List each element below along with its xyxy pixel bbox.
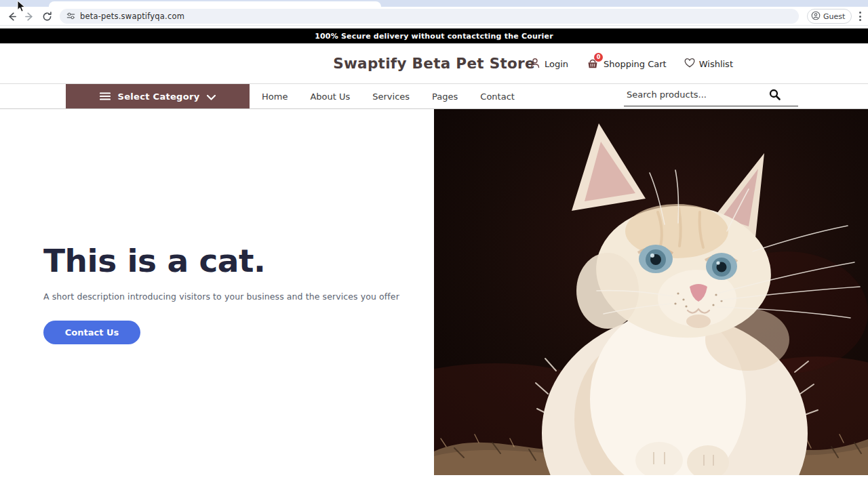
hero-copy: This is a cat. A short description intro…: [43, 244, 430, 344]
profile-button[interactable]: Guest: [807, 9, 852, 24]
select-category-button[interactable]: Select Category: [66, 84, 250, 108]
active-tab[interactable]: [49, 1, 381, 7]
browser-window: beta-pets.swaptifyqa.com Guest 100% Secu…: [0, 0, 868, 488]
nav-link-services[interactable]: Services: [372, 92, 410, 102]
browser-tab-strip: [0, 0, 868, 7]
hero-image: [434, 109, 868, 475]
wishlist-label: Wishlist: [699, 59, 733, 69]
profile-label: Guest: [823, 12, 845, 21]
nav-links: Home About Us Services Pages Contact: [262, 84, 515, 108]
cart-icon: 0: [586, 57, 599, 70]
site-title: Swaptify Beta Pet Store: [0, 55, 868, 72]
login-button[interactable]: Login: [530, 58, 568, 70]
site-header: Swaptify Beta Pet Store Login 0 Shopping…: [0, 43, 868, 83]
browser-menu-button[interactable]: [855, 10, 865, 22]
kitten-illustration: [434, 109, 868, 475]
login-label: Login: [545, 59, 568, 69]
search-box: [624, 84, 798, 106]
promo-banner-text: 100% Secure delivery without contactctin…: [315, 32, 553, 41]
nav-link-home[interactable]: Home: [262, 92, 288, 102]
search-icon[interactable]: [769, 89, 781, 103]
cart-button[interactable]: 0 Shopping Cart: [586, 57, 667, 70]
heart-icon: [684, 58, 695, 70]
hamburger-icon: [100, 90, 111, 103]
nav-link-pages[interactable]: Pages: [432, 92, 458, 102]
browser-toolbar: beta-pets.swaptifyqa.com Guest: [0, 7, 868, 26]
mouse-cursor: [17, 0, 26, 16]
promo-banner: 100% Secure delivery without contactctin…: [0, 28, 868, 43]
user-icon: [530, 58, 540, 70]
search-input[interactable]: [624, 84, 766, 104]
main-nav: Select Category Home About Us Services P…: [0, 83, 868, 109]
nav-link-about-us[interactable]: About Us: [310, 92, 350, 102]
nav-link-contact[interactable]: Contact: [480, 92, 515, 102]
site-info-icon[interactable]: [66, 10, 75, 23]
hero-heading: This is a cat.: [43, 244, 430, 277]
guest-avatar-icon: [811, 10, 821, 23]
contact-us-button[interactable]: Contact Us: [43, 321, 140, 344]
select-category-label: Select Category: [118, 92, 200, 102]
hero-section: This is a cat. A short description intro…: [0, 109, 868, 475]
hero-subheading: A short description introducing visitors…: [43, 291, 430, 302]
chevron-down-icon: [207, 90, 216, 103]
wishlist-button[interactable]: Wishlist: [684, 58, 733, 70]
header-actions: Login 0 Shopping Cart Wishlist: [530, 57, 733, 70]
cart-count-badge: 0: [594, 53, 603, 62]
cart-label: Shopping Cart: [604, 59, 667, 69]
reload-button[interactable]: [41, 10, 53, 22]
url-bar[interactable]: beta-pets.swaptifyqa.com: [60, 9, 799, 24]
url-text: beta-pets.swaptifyqa.com: [80, 12, 184, 21]
back-button[interactable]: [5, 10, 18, 22]
